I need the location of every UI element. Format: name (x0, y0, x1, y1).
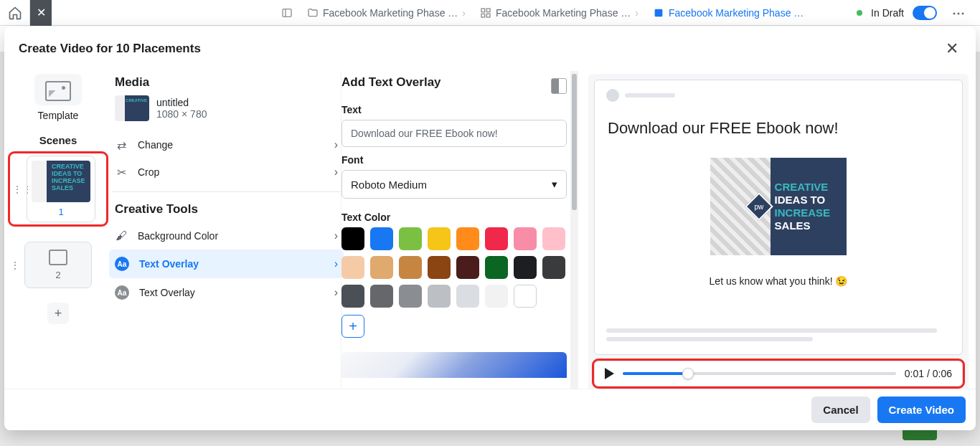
crop-icon: ✂ (115, 166, 128, 179)
media-dimensions: 1080 × 780 (156, 108, 207, 120)
cancel-button[interactable]: Cancel (811, 397, 870, 423)
color-swatch[interactable] (542, 256, 565, 279)
color-swatch[interactable] (399, 285, 422, 308)
preview-frame: Download our FREE Ebook now! CREATIVE ID… (588, 74, 969, 389)
change-media-button[interactable]: ⇄ Change › (112, 131, 341, 158)
svg-rect-3 (486, 9, 490, 12)
preview-headline: Download our FREE Ebook now! (606, 119, 951, 138)
media-heading: Media (112, 75, 341, 95)
color-swatch[interactable] (456, 285, 479, 308)
color-swatch[interactable] (456, 227, 479, 250)
name-placeholder (625, 93, 675, 98)
avatar (606, 89, 619, 102)
modal-title: Create Video for 10 Placements (19, 42, 201, 56)
home-icon[interactable] (0, 0, 30, 26)
add-color-button[interactable]: + (341, 315, 364, 338)
drag-handle-icon[interactable]: ⋮⋮ (10, 260, 20, 271)
chevron-right-icon: › (635, 7, 639, 19)
scene-number: 1 (58, 207, 63, 217)
color-swatch[interactable] (456, 256, 479, 279)
bg-color-label: Background Color (138, 230, 324, 242)
close-tab-icon[interactable]: ✕ (30, 0, 52, 26)
svg-rect-5 (486, 14, 490, 17)
panel-collapse-icon[interactable] (551, 78, 567, 94)
change-label: Change (138, 139, 324, 151)
template-button[interactable] (34, 74, 82, 105)
text-overlay-label: Text Overlay (139, 287, 324, 298)
caption-placeholder (606, 328, 951, 346)
add-scene-button[interactable]: + (47, 303, 69, 324)
breadcrumb-1-label: Facebook Marketing Phase … (323, 7, 458, 19)
preview-hero-image: CREATIVE IDEAS TO INCREASE SALES (710, 158, 847, 255)
breadcrumb-3-label: Facebook Marketing Phase … (669, 7, 804, 19)
breadcrumb-campaign[interactable]: Facebook Marketing Phase … › (473, 0, 646, 26)
color-swatch[interactable] (341, 256, 364, 279)
color-swatch[interactable] (514, 285, 537, 308)
color-swatch[interactable] (370, 227, 393, 250)
text-badge-icon: Aa (115, 285, 129, 300)
drag-handle-icon[interactable]: ⋮⋮ (12, 184, 22, 195)
color-swatch[interactable] (341, 227, 364, 250)
text-overlay-tool-active[interactable]: Aa Text Overlay › (109, 250, 344, 278)
scene-1[interactable]: ⋮⋮ 1 (10, 153, 106, 224)
toggle-switch[interactable] (913, 6, 937, 20)
add-text-overlay-heading: Add Text Overlay (341, 75, 441, 97)
crop-label: Crop (138, 166, 324, 178)
text-overlay-label: Text Overlay (139, 258, 324, 270)
color-swatch[interactable] (370, 285, 393, 308)
color-swatch[interactable] (514, 256, 537, 279)
text-badge-icon: Aa (115, 257, 129, 271)
hero-line: IDEAS TO (775, 194, 842, 207)
template-icon (45, 81, 71, 101)
chevron-right-icon: › (334, 257, 338, 270)
close-icon[interactable]: ✕ (943, 37, 961, 61)
preview-subtext: Let us know what you think! 😉 (606, 275, 951, 287)
chevron-right-icon: › (334, 166, 338, 179)
chevron-right-icon: › (462, 7, 466, 19)
play-button[interactable] (605, 368, 614, 379)
breadcrumb-2-label: Facebook Marketing Phase … (496, 7, 631, 19)
more-menu[interactable]: ⋯ (946, 3, 971, 23)
scene-thumbnail (32, 161, 90, 202)
color-swatch-grid (341, 227, 567, 308)
background-color-tool[interactable]: 🖌 Background Color › (112, 222, 341, 250)
color-swatch[interactable] (428, 227, 451, 250)
color-swatch[interactable] (399, 227, 422, 250)
panel-toggle-icon[interactable] (274, 0, 300, 26)
color-swatch[interactable] (485, 227, 508, 250)
color-swatch[interactable] (428, 256, 451, 279)
text-overlay-tool[interactable]: Aa Text Overlay › (112, 278, 341, 307)
color-swatch[interactable] (485, 285, 508, 308)
swap-icon: ⇄ (115, 138, 128, 151)
breadcrumb-ad[interactable]: Facebook Marketing Phase … (646, 0, 811, 26)
breadcrumb-folder[interactable]: Facebook Marketing Phase … › (300, 0, 473, 26)
color-gradient-picker[interactable] (341, 352, 567, 378)
create-video-button[interactable]: Create Video (877, 397, 966, 423)
template-label: Template (10, 110, 106, 121)
seek-slider[interactable] (623, 372, 896, 375)
color-swatch[interactable] (370, 256, 393, 279)
scrollbar[interactable] (570, 71, 578, 389)
hero-line: CREATIVE (775, 181, 842, 194)
crop-media-button[interactable]: ✂ Crop › (112, 158, 341, 186)
color-swatch[interactable] (485, 256, 508, 279)
text-color-label: Text Color (341, 212, 567, 223)
color-swatch[interactable] (341, 285, 364, 308)
font-select[interactable]: Roboto Medium ▾ (341, 170, 567, 199)
post-preview: Download our FREE Ebook now! CREATIVE ID… (594, 80, 963, 355)
scene-number: 2 (55, 270, 60, 280)
chevron-right-icon: › (334, 138, 338, 151)
chevron-right-icon: › (334, 286, 338, 299)
overlay-text-input[interactable] (341, 120, 567, 147)
color-swatch[interactable] (399, 256, 422, 279)
svg-rect-6 (655, 9, 663, 16)
color-swatch[interactable] (514, 227, 537, 250)
color-swatch[interactable] (428, 285, 451, 308)
color-swatch[interactable] (542, 227, 565, 250)
image-placeholder-icon (49, 250, 67, 265)
scene-2[interactable]: ⋮⋮ 2 (10, 242, 106, 288)
chevron-right-icon: › (334, 229, 338, 242)
svg-rect-4 (481, 14, 485, 17)
media-item: untitled 1080 × 780 (112, 95, 341, 131)
scenes-heading: Scenes (10, 134, 106, 146)
